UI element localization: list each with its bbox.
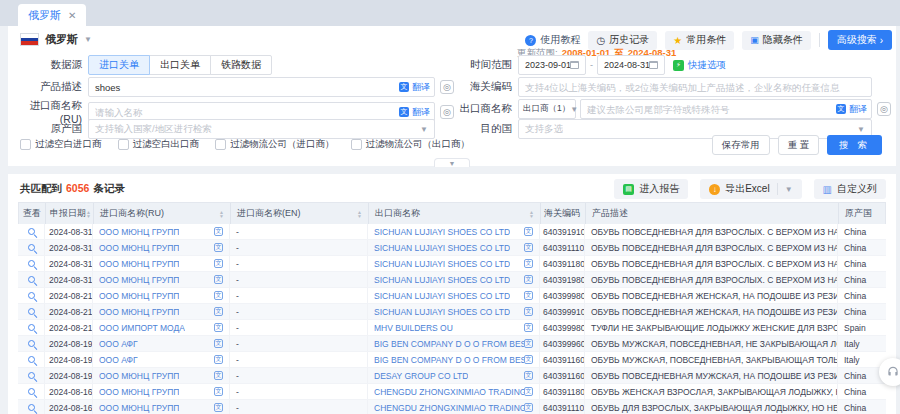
sort-icon[interactable]: ▲▼ — [357, 210, 362, 218]
translate-icon[interactable]: 文 — [214, 323, 223, 332]
importer-ru-link[interactable]: ООО МЮНЦ ГРУПП — [99, 291, 179, 301]
checkbox-filter-logistics-importer[interactable]: 过滤物流公司（进口商） — [215, 138, 335, 151]
translate-icon[interactable]: 文 — [214, 371, 223, 380]
translate-icon[interactable]: 文 — [524, 355, 533, 364]
exporter-link[interactable]: MHV BUILDERS OU — [374, 323, 453, 333]
checkbox-filter-logistics-exporter[interactable]: 过滤物流公司（出口商） — [351, 138, 471, 151]
translate-icon[interactable]: 文 — [214, 275, 223, 284]
exporter-link[interactable]: SICHUAN LUJIAYI SHOES CO LTD — [374, 275, 510, 285]
col-header-importer-ru[interactable]: 进口商名称(RU)▲▼ — [94, 203, 231, 224]
checkbox-filter-blank-importer[interactable]: 过滤空白进口商 — [20, 138, 102, 151]
exact-match-icon[interactable]: ◎ — [440, 105, 454, 119]
translate-icon[interactable]: 文 — [214, 227, 223, 236]
exporter-link[interactable]: CHENGDU ZHONGXINMIAO TRADING C — [374, 403, 524, 413]
importer-ru-link[interactable]: ООО АФГ — [99, 355, 138, 365]
exporter-link[interactable]: DESAY GROUP CO LTD — [374, 371, 468, 381]
col-header-importer-en[interactable]: 进口商名称(EN)▲▼ — [231, 203, 369, 224]
sort-icon[interactable]: ▲▼ — [529, 210, 534, 218]
col-header-exporter[interactable]: 出口商名称▲▼ — [369, 203, 541, 224]
importer-ru-link[interactable]: ООО МЮНЦ ГРУПП — [99, 371, 179, 381]
translate-icon[interactable]: 文 — [214, 339, 223, 348]
exporter-link[interactable]: SICHUAN LUJIAYI SHOES CO LTD — [374, 259, 510, 269]
importer-ru-link[interactable]: ООО МЮНЦ ГРУПП — [99, 387, 179, 397]
exporter-type-select[interactable]: 出口商（1） ▼ — [518, 99, 576, 119]
translate-icon[interactable]: 文 — [214, 403, 223, 412]
translate-icon[interactable]: 文 — [214, 307, 223, 316]
tab-import-declarations[interactable]: 进口关单 — [88, 55, 150, 75]
importer-ru-link[interactable]: ООО МЮНЦ ГРУПП — [99, 275, 179, 285]
importer-ru-link[interactable]: ООО АФГ — [99, 339, 138, 349]
exporter-input[interactable] — [587, 104, 865, 115]
translate-button[interactable]: 文 翻译 — [833, 100, 867, 118]
translate-icon[interactable]: 文 — [524, 371, 533, 380]
country-selector[interactable]: 俄罗斯 ▼ — [20, 32, 92, 47]
reset-button[interactable]: 重 置 — [778, 135, 820, 155]
magnifier-icon[interactable] — [28, 356, 35, 363]
translate-icon[interactable]: 文 — [524, 291, 533, 300]
magnifier-icon[interactable] — [28, 404, 35, 411]
magnifier-icon[interactable] — [28, 308, 35, 315]
col-header-date[interactable]: 申报日期▲▼ — [46, 203, 94, 224]
tab-railway-data[interactable]: 铁路数据 — [210, 55, 272, 75]
origin-country-select[interactable]: 支持输入国家/地区进行检索 ▼ — [88, 119, 435, 139]
product-desc-input[interactable] — [95, 82, 428, 93]
enter-report-button[interactable]: ▤ 进入报告 — [614, 179, 688, 199]
tab-russia[interactable]: 俄罗斯 ✕ — [18, 4, 86, 26]
customer-service-button[interactable] — [879, 358, 900, 386]
translate-icon[interactable]: 文 — [214, 259, 223, 268]
hs-code-input[interactable] — [525, 82, 865, 93]
collapse-filter-handle[interactable]: ▼ — [434, 158, 470, 167]
translate-icon[interactable]: 文 — [214, 355, 223, 364]
magnifier-icon[interactable] — [28, 228, 35, 235]
quick-options-button[interactable]: ⚡ 快捷选项 — [673, 59, 726, 72]
importer-ru-link[interactable]: ООО МЮНЦ ГРУПП — [99, 307, 179, 317]
sort-icon[interactable]: ▲▼ — [86, 210, 91, 218]
magnifier-icon[interactable] — [28, 340, 35, 347]
date-to-input[interactable] — [604, 60, 649, 70]
translate-icon[interactable]: 文 — [214, 243, 223, 252]
custom-columns-button[interactable]: ▥ 自定义列 — [814, 179, 886, 199]
translate-icon[interactable]: 文 — [524, 387, 533, 396]
magnifier-icon[interactable] — [28, 292, 35, 299]
importer-ru-link[interactable]: ООО ИМПОРТ МОДА — [99, 323, 185, 333]
magnifier-icon[interactable] — [28, 244, 35, 251]
checkbox-filter-blank-exporter[interactable]: 过滤空白出口商 — [118, 138, 200, 151]
exporter-link[interactable]: SICHUAN LUJIAYI SHOES CO LTD — [374, 227, 510, 237]
magnifier-icon[interactable] — [28, 388, 35, 395]
date-from-input[interactable] — [525, 60, 570, 70]
importer-ru-input[interactable] — [95, 107, 428, 118]
magnifier-icon[interactable] — [28, 276, 35, 283]
importer-ru-link[interactable]: ООО МЮНЦ ГРУПП — [99, 259, 179, 269]
importer-ru-link[interactable]: ООО МЮНЦ ГРУПП — [99, 403, 179, 413]
translate-icon[interactable]: 文 — [524, 275, 533, 284]
save-common-button[interactable]: 保存常用 — [712, 135, 770, 155]
translate-icon[interactable]: 文 — [524, 323, 533, 332]
translate-icon[interactable]: 文 — [524, 403, 533, 412]
hide-conditions-button[interactable]: ▣ 隐藏条件 — [742, 31, 811, 50]
magnifier-icon[interactable] — [28, 324, 35, 331]
exact-match-icon[interactable]: ◎ — [440, 80, 454, 94]
translate-button[interactable]: 文 翻译 — [396, 78, 430, 96]
close-icon[interactable]: ✕ — [68, 10, 76, 21]
translate-icon[interactable]: 文 — [524, 307, 533, 316]
translate-icon[interactable]: 文 — [214, 291, 223, 300]
advanced-search-button[interactable]: 高级搜索 › — [828, 30, 892, 50]
sort-icon[interactable]: ▲▼ — [219, 210, 224, 218]
translate-icon[interactable]: 文 — [524, 259, 533, 268]
date-from-field[interactable] — [518, 55, 586, 75]
tab-export-declarations[interactable]: 出口关单 — [149, 55, 211, 75]
magnifier-icon[interactable] — [28, 260, 35, 267]
exporter-link[interactable]: BIG BEN COMPANY D O O FROM BEST T — [374, 355, 524, 365]
exporter-link[interactable]: CHENGDU ZHONGXINMIAO TRADING C — [374, 387, 524, 397]
date-to-field[interactable] — [597, 55, 665, 75]
exporter-link[interactable]: SICHUAN LUJIAYI SHOES CO LTD — [374, 291, 510, 301]
exporter-link[interactable]: SICHUAN LUJIAYI SHOES CO LTD — [374, 307, 510, 317]
exporter-link[interactable]: BIG BEN COMPANY D O O FROM BEST T — [374, 339, 524, 349]
export-excel-button[interactable]: ↓ 导出Excel ▼ — [700, 179, 801, 199]
tutorial-link[interactable]: ? 使用教程 — [525, 33, 580, 47]
magnifier-icon[interactable] — [28, 372, 35, 379]
translate-icon[interactable]: 文 — [524, 243, 533, 252]
chevron-down-icon[interactable]: ▼ — [785, 185, 793, 194]
exact-match-icon[interactable]: ◎ — [877, 102, 891, 116]
translate-icon[interactable]: 文 — [524, 227, 533, 236]
